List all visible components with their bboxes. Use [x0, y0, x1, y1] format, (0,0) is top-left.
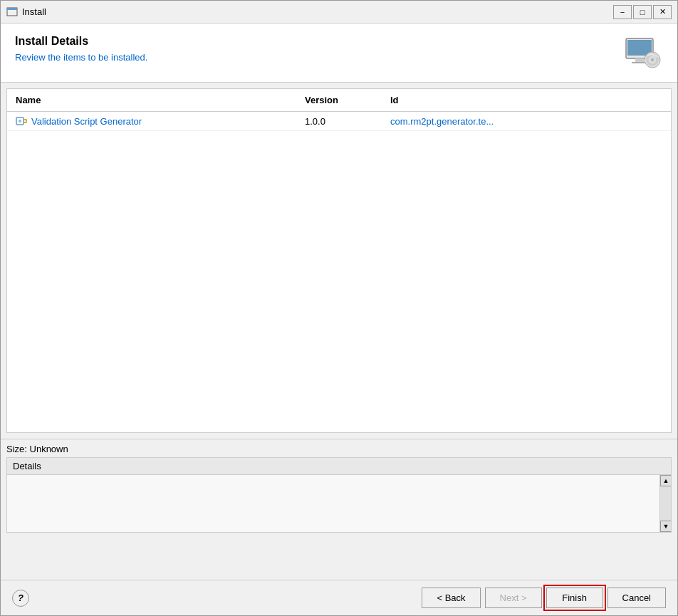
footer-left: ?: [12, 590, 29, 607]
next-button[interactable]: Next >: [485, 588, 542, 608]
header-text: Install Details Review the items to be i…: [15, 35, 147, 63]
cell-name: Validation Script Generator: [7, 112, 296, 130]
table-row[interactable]: Validation Script Generator 1.0.0 com.rm…: [7, 112, 671, 131]
cell-id: com.rm2pt.generator.te...: [382, 112, 671, 130]
details-scrollbar: ▲ ▼: [659, 475, 671, 532]
column-version: Version: [296, 92, 382, 108]
scrollbar-up-button[interactable]: ▲: [660, 475, 671, 486]
header-icon: [620, 35, 663, 71]
install-table: Name Version Id Validation Script Genera…: [6, 88, 672, 433]
window-title: Install: [22, 6, 613, 17]
back-button[interactable]: < Back: [422, 588, 480, 608]
title-bar: Install − □ ✕: [1, 1, 677, 24]
minimize-button[interactable]: −: [613, 5, 632, 19]
header-section: Install Details Review the items to be i…: [1, 24, 677, 83]
cancel-button[interactable]: Cancel: [607, 588, 666, 608]
scrollbar-track: [660, 486, 671, 521]
close-button[interactable]: ✕: [653, 5, 672, 19]
size-label: Size: Unknown: [6, 444, 672, 454]
table-body: Validation Script Generator 1.0.0 com.rm…: [7, 112, 671, 432]
column-name: Name: [7, 92, 296, 108]
details-section: Details ▲ ▼: [6, 457, 672, 533]
svg-rect-4: [635, 58, 644, 62]
spacer-area: [1, 537, 677, 580]
page-title: Install Details: [15, 35, 147, 48]
column-id: Id: [382, 92, 671, 108]
svg-rect-1: [7, 8, 17, 10]
table-header: Name Version Id: [7, 89, 671, 112]
window-icon: [6, 6, 18, 18]
details-header: Details: [7, 458, 671, 475]
plugin-icon: [16, 115, 27, 127]
content-area: Install Details Review the items to be i…: [1, 24, 677, 615]
svg-point-8: [651, 58, 654, 61]
bottom-section: Size: Unknown Details ▲ ▼: [1, 439, 677, 537]
window-controls: − □ ✕: [613, 5, 672, 19]
footer-buttons: < Back Next > Finish Cancel: [422, 588, 666, 608]
help-button[interactable]: ?: [12, 590, 29, 607]
details-content: ▲ ▼: [7, 475, 671, 532]
finish-button[interactable]: Finish: [546, 588, 603, 608]
svg-point-10: [19, 120, 21, 122]
install-window: Install − □ ✕ Install Details Review the…: [0, 0, 678, 616]
scrollbar-down-button[interactable]: ▼: [660, 521, 671, 532]
cell-version: 1.0.0: [296, 112, 382, 130]
page-subtitle: Review the items to be installed.: [15, 52, 147, 63]
footer-section: ? < Back Next > Finish Cancel: [1, 580, 677, 615]
maximize-button[interactable]: □: [633, 5, 652, 19]
